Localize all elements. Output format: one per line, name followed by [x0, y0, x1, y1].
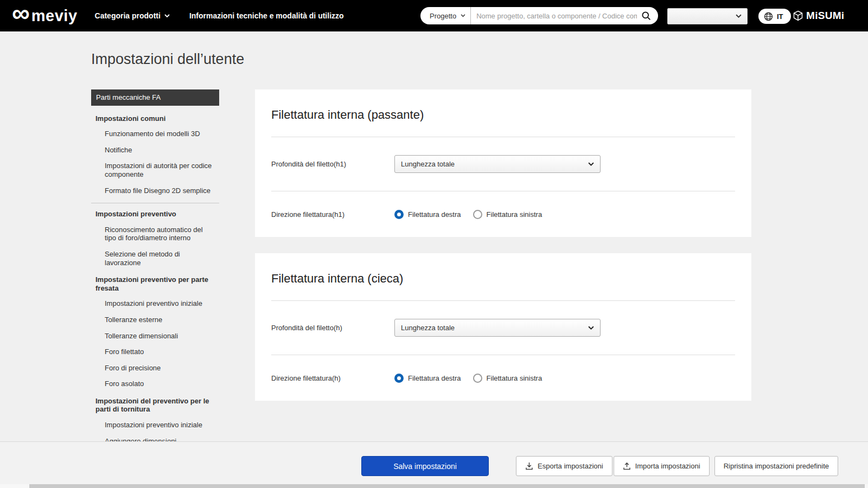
section-internal-thread-through: Filettatura interna (passante) Profondit… — [255, 89, 751, 237]
thread-depth-label: Profondità del filetto(h1) — [271, 160, 394, 168]
sidebar-item-label: Impostazioni comuni — [95, 114, 215, 123]
chevron-down-icon — [164, 14, 170, 18]
radio-button[interactable] — [394, 210, 404, 219]
search-bar: Progetto — [420, 7, 658, 24]
nav-product-category-label: Categoria prodotti — [95, 11, 161, 20]
export-settings-label: Esporta impostazioni — [538, 462, 603, 470]
sidebar-item[interactable]: Impostazioni preventivo per parte fresat… — [91, 271, 219, 296]
settings-sidebar: Parti meccaniche FA Impostazioni comuni … — [91, 89, 219, 481]
radio-option-right-thread[interactable]: Filettatura destra — [394, 374, 461, 383]
sidebar-item[interactable]: Impostazioni del preventivo per le parti… — [91, 392, 219, 417]
sidebar-item[interactable]: Impostazioni comuni — [91, 110, 219, 126]
sidebar-item[interactable]: Impostazioni di autorità per codice comp… — [91, 158, 219, 182]
download-icon — [525, 462, 533, 470]
nav-technical-info[interactable]: Informazioni tecniche e modalità di util… — [189, 11, 344, 20]
section-title: Filettatura interna (cieca) — [271, 253, 735, 286]
globe-icon — [764, 12, 773, 21]
import-settings-button[interactable]: Importa impostazioni — [614, 456, 710, 476]
language-selector[interactable]: IT — [758, 9, 791, 24]
sidebar-item[interactable]: Foro di precisione — [91, 360, 219, 376]
misumi-logo[interactable]: MiSUMi — [793, 0, 844, 31]
restore-defaults-button[interactable]: Ripristina impostazioni predefinite — [714, 456, 838, 476]
thread-depth-select[interactable]: Lunghezza totale — [394, 155, 601, 173]
search-scope-label: Progetto — [430, 12, 456, 20]
top-header: ∞ meviy Categoria prodotti Informazioni … — [0, 0, 868, 31]
sidebar-item[interactable]: Foro filettato — [91, 344, 219, 360]
thread-depth-label: Profondità del filetto(h) — [271, 324, 394, 332]
language-label: IT — [777, 12, 783, 21]
thread-direction-label: Direzione filettatura(h) — [271, 374, 394, 382]
sidebar-item-label: Foro di precisione — [105, 364, 215, 373]
sidebar-item-label: Tolleranze dimensionali — [105, 332, 215, 341]
radio-option-label: Filettatura sinistra — [487, 374, 542, 382]
sidebar-item-label: Impostazioni del preventivo per le parti… — [95, 397, 215, 414]
export-settings-button[interactable]: Esporta impostazioni — [516, 456, 612, 476]
chevron-down-icon — [588, 162, 594, 166]
thread-direction-radio-group: Filettatura destra Filettatura sinistra — [394, 210, 542, 219]
misumi-logo-text: MiSUMi — [806, 10, 844, 22]
sidebar-item-label: Formato file Disegno 2D semplice — [105, 187, 215, 195]
sidebar-item[interactable]: Parti meccaniche FA — [91, 89, 219, 106]
save-settings-button[interactable]: Salva impostazioni — [361, 456, 489, 476]
sidebar-item-label: Impostazioni preventivo iniziale — [105, 421, 215, 429]
radio-option-label: Filettatura sinistra — [487, 210, 542, 219]
radio-option-left-thread[interactable]: Filettatura sinistra — [473, 210, 542, 219]
sidebar-item[interactable]: Formato file Disegno 2D semplice — [91, 183, 219, 204]
sidebar-item-label: Notifiche — [105, 146, 215, 155]
section-internal-thread-blind: Filettatura interna (cieca) Profondità d… — [255, 253, 751, 401]
sidebar-item[interactable]: Selezione del metodo di lavorazione — [91, 246, 219, 271]
nav-technical-info-label: Informazioni tecniche e modalità di util… — [189, 11, 344, 20]
sidebar-item[interactable]: Funzionamento dei modelli 3D — [91, 126, 219, 142]
radio-option-right-thread[interactable]: Filettatura destra — [394, 210, 461, 219]
secondary-actions: Esporta impostazioni Importa impostazion… — [516, 456, 838, 476]
sidebar-item[interactable]: Impostazioni preventivo iniziale — [91, 417, 219, 433]
radio-option-label: Filettatura destra — [408, 210, 461, 219]
sidebar-item[interactable]: Notifiche — [91, 142, 219, 158]
search-icon — [641, 11, 651, 21]
radio-button[interactable] — [473, 210, 482, 219]
sidebar-item-label: Foro asolato — [105, 380, 215, 388]
thread-depth-select-value: Lunghezza totale — [401, 324, 455, 332]
radio-option-left-thread[interactable]: Filettatura sinistra — [473, 374, 542, 383]
chevron-down-icon — [736, 14, 742, 18]
sidebar-item[interactable]: Impostazioni preventivo — [91, 205, 219, 222]
sidebar-item[interactable]: Tolleranze dimensionali — [91, 328, 219, 344]
header-account-select[interactable] — [667, 8, 748, 24]
sidebar-item[interactable]: Riconoscimento automatico del tipo di fo… — [91, 222, 219, 246]
sidebar-item-label: Foro filettato — [105, 348, 215, 356]
radio-option-label: Filettatura destra — [408, 374, 461, 382]
radio-button[interactable] — [394, 374, 404, 383]
thread-direction-label: Direzione filettatura(h1) — [271, 210, 394, 219]
settings-content: Filettatura interna (passante) Profondit… — [255, 89, 751, 417]
horizontal-scrollbar[interactable] — [0, 484, 868, 488]
import-settings-label: Importa impostazioni — [635, 462, 700, 470]
meviy-logo[interactable]: ∞ meviy — [12, 3, 78, 28]
page-title: Impostazioni dell’utente — [91, 51, 244, 68]
section-title: Filettatura interna (passante) — [271, 89, 735, 122]
search-input[interactable] — [471, 12, 639, 20]
restore-defaults-label: Ripristina impostazioni predefinite — [724, 462, 829, 470]
bottom-action-bar: Salva impostazioni Esporta impostazioni … — [0, 441, 868, 484]
sidebar-item-label: Impostazioni preventivo — [95, 210, 215, 219]
nav-product-category[interactable]: Categoria prodotti — [95, 11, 170, 20]
sidebar-item[interactable]: Foro asolato — [91, 376, 219, 392]
sidebar-item-label: Funzionamento dei modelli 3D — [105, 130, 215, 138]
meviy-logo-text: meviy — [31, 7, 78, 25]
search-scope-select[interactable]: Progetto — [420, 7, 471, 24]
radio-button[interactable] — [473, 374, 482, 383]
sidebar-item-label: Parti meccaniche FA — [96, 93, 214, 102]
chevron-down-icon — [588, 326, 594, 330]
misumi-cube-icon — [793, 10, 803, 21]
chevron-down-icon — [461, 14, 465, 17]
sidebar-item-label: Riconoscimento automatico del tipo di fo… — [105, 226, 215, 242]
sidebar-item-label: Tolleranze esterne — [105, 316, 215, 324]
search-button[interactable] — [639, 11, 658, 21]
meviy-infinity-icon: ∞ — [12, 1, 30, 25]
thread-depth-select[interactable]: Lunghezza totale — [394, 319, 601, 337]
sidebar-item-label: Impostazioni preventivo iniziale — [105, 299, 215, 308]
top-nav: Categoria prodotti Informazioni tecniche… — [95, 11, 344, 20]
sidebar-item[interactable]: Impostazioni preventivo iniziale — [91, 296, 219, 312]
sidebar-item[interactable]: Tolleranze esterne — [91, 312, 219, 328]
sidebar-item-label: Impostazioni di autorità per codice comp… — [105, 162, 215, 178]
horizontal-scrollbar-thumb[interactable] — [29, 484, 865, 488]
